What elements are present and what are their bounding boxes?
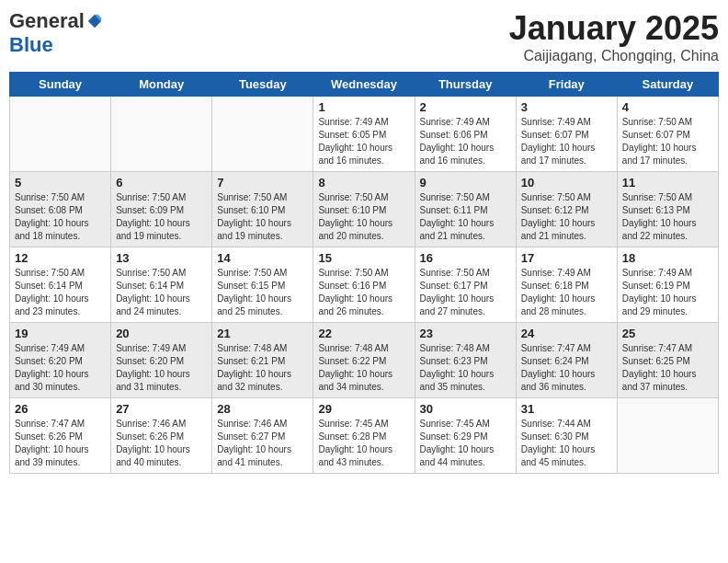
weekday-header: Sunday xyxy=(10,73,111,97)
day-number: 14 xyxy=(217,251,308,265)
day-number: 2 xyxy=(420,100,511,114)
day-info: Sunrise: 7:49 AMSunset: 6:07 PMDaylight:… xyxy=(521,116,612,167)
calendar-table: SundayMondayTuesdayWednesdayThursdayFrid… xyxy=(9,72,719,474)
title-block: January 2025 Caijiagang, Chongqing, Chin… xyxy=(509,9,719,64)
day-info: Sunrise: 7:48 AMSunset: 6:22 PMDaylight:… xyxy=(318,342,409,394)
day-number: 24 xyxy=(521,327,612,340)
day-info: Sunrise: 7:47 AMSunset: 6:25 PMDaylight:… xyxy=(622,342,713,394)
calendar-week-row: 26Sunrise: 7:47 AMSunset: 6:26 PMDayligh… xyxy=(10,398,719,474)
calendar-cell xyxy=(617,398,718,474)
calendar-cell xyxy=(111,97,212,172)
calendar-cell: 3Sunrise: 7:49 AMSunset: 6:07 PMDaylight… xyxy=(516,97,617,172)
day-number: 31 xyxy=(521,402,612,416)
day-number: 16 xyxy=(420,251,511,265)
day-info: Sunrise: 7:49 AMSunset: 6:20 PMDaylight:… xyxy=(15,342,106,394)
day-info: Sunrise: 7:49 AMSunset: 6:18 PMDaylight:… xyxy=(521,267,612,318)
calendar-week-row: 1Sunrise: 7:49 AMSunset: 6:05 PMDaylight… xyxy=(10,97,719,172)
calendar-cell: 6Sunrise: 7:50 AMSunset: 6:09 PMDaylight… xyxy=(111,172,212,247)
day-info: Sunrise: 7:45 AMSunset: 6:28 PMDaylight:… xyxy=(318,418,409,469)
calendar-cell: 23Sunrise: 7:48 AMSunset: 6:23 PMDayligh… xyxy=(415,323,516,398)
page-header: General Blue January 2025 Caijiagang, Ch… xyxy=(9,9,719,64)
calendar-cell: 28Sunrise: 7:46 AMSunset: 6:27 PMDayligh… xyxy=(212,398,313,474)
day-info: Sunrise: 7:46 AMSunset: 6:27 PMDaylight:… xyxy=(217,418,308,469)
day-number: 28 xyxy=(217,402,308,416)
calendar-cell: 22Sunrise: 7:48 AMSunset: 6:22 PMDayligh… xyxy=(313,323,415,398)
day-number: 5 xyxy=(15,176,106,190)
day-number: 17 xyxy=(521,251,612,265)
calendar-cell: 10Sunrise: 7:50 AMSunset: 6:12 PMDayligh… xyxy=(516,172,617,247)
day-number: 12 xyxy=(15,251,106,265)
calendar-week-row: 19Sunrise: 7:49 AMSunset: 6:20 PMDayligh… xyxy=(10,323,719,398)
day-number: 26 xyxy=(15,402,106,416)
calendar-cell: 8Sunrise: 7:50 AMSunset: 6:10 PMDaylight… xyxy=(313,172,415,247)
calendar-cell: 2Sunrise: 7:49 AMSunset: 6:06 PMDaylight… xyxy=(415,97,516,172)
day-number: 13 xyxy=(116,251,207,265)
calendar-cell: 24Sunrise: 7:47 AMSunset: 6:24 PMDayligh… xyxy=(516,323,617,398)
day-info: Sunrise: 7:50 AMSunset: 6:09 PMDaylight:… xyxy=(116,191,207,243)
day-info: Sunrise: 7:49 AMSunset: 6:06 PMDaylight:… xyxy=(420,116,511,167)
day-number: 25 xyxy=(622,327,713,340)
calendar-cell: 15Sunrise: 7:50 AMSunset: 6:16 PMDayligh… xyxy=(313,247,415,323)
calendar-cell: 13Sunrise: 7:50 AMSunset: 6:14 PMDayligh… xyxy=(111,247,212,323)
day-info: Sunrise: 7:50 AMSunset: 6:10 PMDaylight:… xyxy=(318,191,409,243)
day-number: 18 xyxy=(622,251,713,265)
calendar-cell: 26Sunrise: 7:47 AMSunset: 6:26 PMDayligh… xyxy=(10,398,111,474)
day-info: Sunrise: 7:50 AMSunset: 6:15 PMDaylight:… xyxy=(217,267,308,318)
calendar-cell: 9Sunrise: 7:50 AMSunset: 6:11 PMDaylight… xyxy=(415,172,516,247)
day-number: 29 xyxy=(318,402,409,416)
calendar-cell: 18Sunrise: 7:49 AMSunset: 6:19 PMDayligh… xyxy=(617,247,718,323)
calendar-cell: 16Sunrise: 7:50 AMSunset: 6:17 PMDayligh… xyxy=(415,247,516,323)
day-number: 10 xyxy=(521,176,612,190)
calendar-cell: 25Sunrise: 7:47 AMSunset: 6:25 PMDayligh… xyxy=(617,323,718,398)
day-number: 19 xyxy=(15,327,106,340)
day-info: Sunrise: 7:49 AMSunset: 6:05 PMDaylight:… xyxy=(318,116,409,167)
day-info: Sunrise: 7:50 AMSunset: 6:07 PMDaylight:… xyxy=(622,116,713,167)
calendar-cell: 7Sunrise: 7:50 AMSunset: 6:10 PMDaylight… xyxy=(212,172,313,247)
weekday-header: Monday xyxy=(111,73,212,97)
weekday-header: Friday xyxy=(516,73,617,97)
location-subtitle: Caijiagang, Chongqing, China xyxy=(509,48,719,64)
calendar-cell: 14Sunrise: 7:50 AMSunset: 6:15 PMDayligh… xyxy=(212,247,313,323)
day-info: Sunrise: 7:48 AMSunset: 6:21 PMDaylight:… xyxy=(217,342,308,394)
day-info: Sunrise: 7:50 AMSunset: 6:14 PMDaylight:… xyxy=(15,267,106,318)
weekday-header-row: SundayMondayTuesdayWednesdayThursdayFrid… xyxy=(10,73,719,97)
day-number: 27 xyxy=(116,402,207,416)
calendar-cell: 5Sunrise: 7:50 AMSunset: 6:08 PMDaylight… xyxy=(10,172,111,247)
calendar-cell xyxy=(10,97,111,172)
day-info: Sunrise: 7:49 AMSunset: 6:19 PMDaylight:… xyxy=(622,267,713,318)
day-info: Sunrise: 7:44 AMSunset: 6:30 PMDaylight:… xyxy=(521,418,612,469)
calendar-cell: 27Sunrise: 7:46 AMSunset: 6:26 PMDayligh… xyxy=(111,398,212,474)
day-number: 1 xyxy=(318,100,409,114)
day-info: Sunrise: 7:50 AMSunset: 6:11 PMDaylight:… xyxy=(420,191,511,243)
day-number: 21 xyxy=(217,327,308,340)
day-number: 9 xyxy=(420,176,511,190)
calendar-cell: 12Sunrise: 7:50 AMSunset: 6:14 PMDayligh… xyxy=(10,247,111,323)
day-info: Sunrise: 7:50 AMSunset: 6:17 PMDaylight:… xyxy=(420,267,511,318)
month-title: January 2025 xyxy=(509,9,719,48)
calendar-week-row: 5Sunrise: 7:50 AMSunset: 6:08 PMDaylight… xyxy=(10,172,719,247)
day-info: Sunrise: 7:46 AMSunset: 6:26 PMDaylight:… xyxy=(116,418,207,469)
day-number: 3 xyxy=(521,100,612,114)
day-number: 20 xyxy=(116,327,207,340)
day-number: 11 xyxy=(622,176,713,190)
day-info: Sunrise: 7:50 AMSunset: 6:16 PMDaylight:… xyxy=(318,267,409,318)
day-info: Sunrise: 7:48 AMSunset: 6:23 PMDaylight:… xyxy=(420,342,511,394)
calendar-cell: 1Sunrise: 7:49 AMSunset: 6:05 PMDaylight… xyxy=(313,97,415,172)
calendar-cell: 4Sunrise: 7:50 AMSunset: 6:07 PMDaylight… xyxy=(617,97,718,172)
calendar-cell: 19Sunrise: 7:49 AMSunset: 6:20 PMDayligh… xyxy=(10,323,111,398)
day-info: Sunrise: 7:49 AMSunset: 6:20 PMDaylight:… xyxy=(116,342,207,394)
day-number: 23 xyxy=(420,327,511,340)
logo-icon xyxy=(86,13,103,29)
calendar-cell: 17Sunrise: 7:49 AMSunset: 6:18 PMDayligh… xyxy=(516,247,617,323)
day-info: Sunrise: 7:50 AMSunset: 6:14 PMDaylight:… xyxy=(116,267,207,318)
calendar-cell: 29Sunrise: 7:45 AMSunset: 6:28 PMDayligh… xyxy=(313,398,415,474)
weekday-header: Tuesday xyxy=(212,73,313,97)
calendar-week-row: 12Sunrise: 7:50 AMSunset: 6:14 PMDayligh… xyxy=(10,247,719,323)
logo: General Blue xyxy=(9,9,103,57)
calendar-cell: 20Sunrise: 7:49 AMSunset: 6:20 PMDayligh… xyxy=(111,323,212,398)
day-info: Sunrise: 7:47 AMSunset: 6:26 PMDaylight:… xyxy=(15,418,106,469)
weekday-header: Saturday xyxy=(617,73,718,97)
day-number: 4 xyxy=(622,100,713,114)
day-number: 30 xyxy=(420,402,511,416)
calendar-cell xyxy=(212,97,313,172)
